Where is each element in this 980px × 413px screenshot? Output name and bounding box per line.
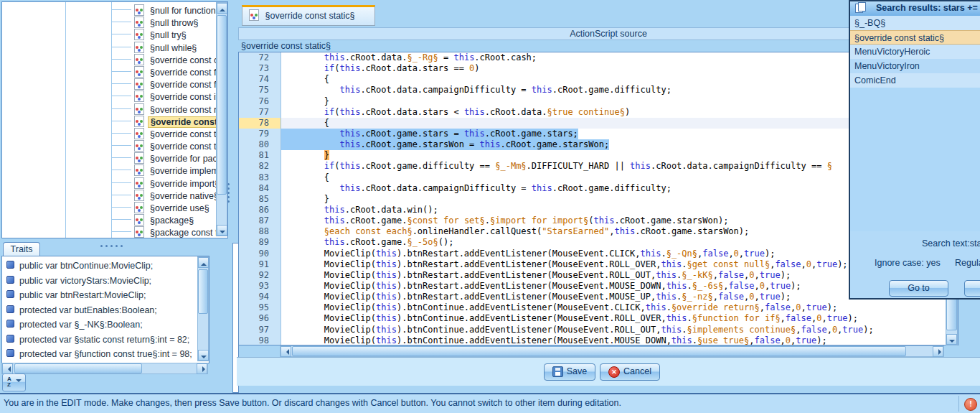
traits-vscrollbar-thumb[interactable]: [198, 269, 208, 314]
cancel-button-label: Cancel: [623, 366, 651, 376]
line-number: 82: [239, 161, 281, 172]
search-results-titlebar[interactable]: Search results: stars +=: [850, 1, 980, 17]
line-number: 90: [239, 249, 281, 259]
tree-vscrollbar-thumb[interactable]: [217, 15, 227, 195]
class-icon: [134, 202, 144, 213]
trait-item[interactable]: public var victoryStars:MovieClip;: [4, 274, 197, 289]
tree-item[interactable]: §override const true§: [2, 127, 215, 139]
search-results-list: §_-BQ§§override const static§MenuVictory…: [850, 16, 980, 231]
tree-item[interactable]: §override use§: [2, 201, 215, 213]
traits-panel: public var btnContinue:MovieClip;public …: [1, 256, 209, 363]
tree-item[interactable]: §override import§: [2, 177, 215, 189]
tree-item[interactable]: §override const return§: [2, 103, 215, 115]
tree-item[interactable]: §override const continue§: [2, 53, 215, 65]
tree-item[interactable]: §override for package§: [2, 152, 215, 164]
traits-hscrollbar-thumb[interactable]: [14, 363, 142, 373]
traits-hscrollbar[interactable]: [1, 363, 208, 374]
code-line[interactable]: 96 MovieClip(this).btnContinue.addEventL…: [239, 313, 958, 324]
close-button[interactable]: Close: [964, 280, 980, 297]
line-number: 72: [239, 52, 281, 63]
code-line[interactable]: 98 MovieClip(this).btnContinue.addEventL…: [239, 335, 958, 345]
code-line[interactable]: 95 MovieClip(this).btnContinue.addEventL…: [239, 302, 958, 313]
tree-item-label: §null throw§: [148, 18, 200, 28]
trait-item[interactable]: protected var §function const true§:int …: [4, 347, 197, 362]
search-result-item[interactable]: MenuVictoryHeroic: [850, 45, 980, 59]
sort-down-arrow-icon: [16, 379, 22, 385]
class-icon: [134, 4, 144, 16]
scroll-right-arrow[interactable]: [933, 346, 943, 357]
warning-icon[interactable]: [964, 398, 977, 411]
tab-script[interactable]: §override const static§: [242, 5, 375, 26]
scroll-down-arrow[interactable]: [198, 350, 209, 361]
goto-button[interactable]: Go to: [889, 280, 948, 297]
tree-traits-splitter[interactable]: [99, 237, 124, 250]
line-number: 75: [239, 85, 281, 96]
trait-item[interactable]: public var btnContinue:MovieClip;: [4, 259, 197, 274]
tree-item[interactable]: §null try§: [2, 28, 215, 40]
save-button[interactable]: Save: [544, 363, 595, 381]
trait-item-label: protected var §static const return§:int …: [19, 335, 189, 345]
tree-item[interactable]: §override const for§: [2, 78, 215, 90]
jpexs-decompiler-window: { "tree": { "items": [ {"label":"§null f…: [0, 0, 980, 413]
sort-az-icon: AZ: [7, 376, 11, 388]
trait-item[interactable]: protected var §static const return§:int …: [4, 333, 197, 348]
line-number: 85: [239, 194, 281, 205]
code-text: this.cRoot.data.campaignDifficulty = thi…: [281, 183, 672, 194]
regexp-label: Regular expression: no: [955, 258, 980, 268]
scroll-down-arrow[interactable]: [946, 334, 957, 345]
tree-item[interactable]: §override const static§: [2, 115, 215, 127]
code-text: if(this.cRoot.data.stars == 0): [281, 63, 480, 74]
trait-item[interactable]: protected var §_-NK§:Boolean;: [4, 317, 197, 333]
tab-traits[interactable]: Traits: [3, 242, 40, 256]
line-number: 94: [239, 292, 281, 302]
scroll-left-arrow[interactable]: [281, 346, 291, 357]
search-result-item[interactable]: MenuVictoryIron: [850, 59, 980, 73]
traits-vscrollbar[interactable]: [197, 256, 209, 361]
scroll-down-arrow[interactable]: [217, 225, 227, 236]
trait-item[interactable]: public var btnRestart:MovieClip;: [4, 288, 197, 303]
tree-item[interactable]: §override const final§: [2, 65, 215, 78]
line-number: 88: [239, 226, 281, 237]
line-number: 98: [239, 335, 281, 345]
trait-icon: [6, 335, 14, 343]
search-result-item[interactable]: ComicEnd: [850, 73, 980, 88]
cancel-button[interactable]: Cancel: [600, 363, 660, 381]
class-icon: [134, 103, 144, 115]
tree-vscrollbar[interactable]: [216, 2, 227, 236]
tree-editor-splitter[interactable]: [227, 181, 230, 205]
scroll-left-arrow[interactable]: [2, 363, 13, 374]
sort-alphabetically-button[interactable]: AZ: [2, 373, 26, 391]
code-text: MovieClip(this).btnRestart.addEventListe…: [281, 249, 775, 259]
trait-item-label: protected var §_-NK§:Boolean;: [19, 320, 143, 330]
line-number: 81: [239, 150, 281, 161]
search-results-dialog: Search results: stars += §_-BQ§§override…: [849, 0, 980, 300]
tree-item[interactable]: §package const false§: [2, 226, 215, 238]
search-result-item[interactable]: §override const static§: [850, 30, 980, 45]
search-result-item[interactable]: §_-BQ§: [850, 16, 980, 30]
tree-item[interactable]: §package§: [2, 213, 215, 226]
tree-item[interactable]: §null for function§: [2, 4, 215, 16]
tree-item[interactable]: §override native§: [2, 189, 215, 201]
code-line[interactable]: 97 MovieClip(this).btnContinue.addEventL…: [239, 325, 958, 335]
class-icon: [134, 164, 144, 176]
line-number: 91: [239, 259, 281, 270]
scroll-up-arrow[interactable]: [217, 3, 227, 14]
code-text: {: [281, 172, 329, 183]
code-hscrollbar-thumb[interactable]: [292, 346, 906, 356]
tree-item[interactable]: §override implements§: [2, 164, 215, 176]
tree-item-label: §package§: [148, 215, 196, 226]
scroll-up-arrow[interactable]: [198, 257, 209, 268]
class-icon: [134, 177, 144, 189]
tree-item[interactable]: §null while§: [2, 41, 215, 53]
tree-item[interactable]: §null throw§: [2, 16, 215, 28]
code-hscrollbar[interactable]: [280, 345, 944, 357]
trait-item[interactable]: protected var butEnables:Boolean;: [4, 303, 197, 318]
scroll-right-arrow[interactable]: [197, 363, 207, 374]
code-text: if(this.cRoot.data.stars < this.cRoot.da…: [281, 107, 630, 118]
tree-item[interactable]: §override const if§: [2, 90, 215, 102]
line-number: 79: [239, 129, 281, 139]
tree-item-label: §override use§: [148, 203, 212, 213]
code-text: this.cRoot.game.starsWon = this.cRoot.ga…: [281, 139, 609, 150]
tag-tree-list: §null for function§§null throw§§null try…: [2, 4, 215, 238]
tree-item[interactable]: §override const try§: [2, 139, 215, 152]
